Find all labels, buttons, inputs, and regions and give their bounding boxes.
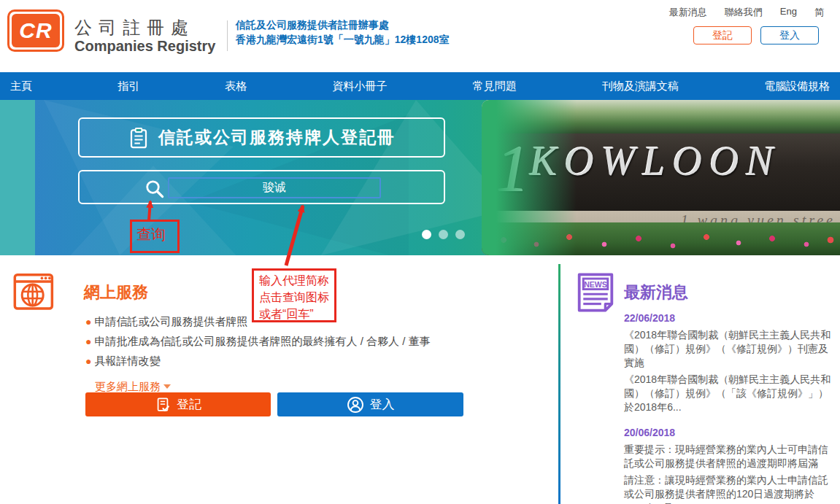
nav-item-home[interactable]: 主頁 <box>10 80 32 93</box>
annotation-tip-box: 输入代理简称 点击查询图标 或者“回车” <box>252 268 336 322</box>
annotation-tip-line: 点击查询图标 <box>259 289 334 306</box>
nav-item-guidelines[interactable]: 指引 <box>117 80 139 93</box>
login-cta-button[interactable]: 登入 <box>277 392 463 416</box>
service-item-label: 申請批准成為信託或公司服務提供者牌照的最終擁有人 / 合夥人 / 董事 <box>94 335 430 349</box>
annotation-tip-line: 或者“回车” <box>259 306 334 322</box>
cr-logo-badge: CR <box>12 14 60 47</box>
hero-banner: 1KOWLOON 1 wang yuen stree 信託或公司服務持牌人登記冊 <box>0 100 840 255</box>
register-cta-label: 登記 <box>177 396 201 413</box>
service-item[interactable]: ● 申請批准成為信託或公司服務提供者牌照的最終擁有人 / 合夥人 / 董事 <box>85 335 552 349</box>
org-name-chinese: 公司註冊處 <box>74 16 195 39</box>
header-divider <box>227 20 228 51</box>
main-nav: 主頁 指引 表格 資料小冊子 常見問題 刊物及演講文稿 電腦設備規格 <box>0 72 840 100</box>
annotation-tip-line: 输入代理简称 <box>259 272 334 289</box>
search-icon[interactable] <box>144 178 166 200</box>
org-name-english: Companies Registry <box>74 38 215 55</box>
news-icon-text: NEWS <box>584 280 607 289</box>
link-english[interactable]: Eng <box>780 6 797 19</box>
service-item-label: 申請信託或公司服務提供者牌照 <box>94 315 247 329</box>
clipboard-icon <box>128 127 150 149</box>
licensee-register-link[interactable]: 信託或公司服務持牌人登記冊 <box>78 117 445 158</box>
kowloon-building-photo: 1KOWLOON 1 wang yuen stree <box>482 100 840 255</box>
content-divider <box>558 264 560 504</box>
news-date: 20/06/2018 <box>624 427 836 438</box>
office-address: 香港九龍灣宏遠街1號「一號九龍」12樓1208室 <box>236 34 450 47</box>
more-online-services-label: 更多網上服務 <box>95 380 161 392</box>
companies-registry-homepage: CR 公司註冊處 Companies Registry 信託及公司服務提供者註冊… <box>0 0 840 504</box>
news-list: 22/06/2018 《2018年聯合國制裁（朝鮮民主主義人民共和國）（修訂）規… <box>624 312 836 504</box>
cr-logo[interactable]: CR <box>7 9 64 52</box>
nav-item-system-requirements[interactable]: 電腦設備規格 <box>764 80 830 93</box>
news-date: 22/06/2018 <box>624 312 836 324</box>
service-item[interactable]: ● 具報詳情改變 <box>85 354 552 368</box>
register-doc-icon <box>155 397 171 413</box>
login-person-icon <box>347 396 364 414</box>
news-item-title[interactable]: 重要提示：現時經營業務的業內人士可申請信託或公司服務提供者牌照的過渡期即將屆滿 <box>624 443 836 470</box>
header: CR 公司註冊處 Companies Registry 信託及公司服務提供者註冊… <box>0 0 840 72</box>
annotation-query-box: 查询 <box>130 220 180 253</box>
bullet-icon: ● <box>85 354 91 368</box>
nav-item-publications[interactable]: 刊物及演講文稿 <box>602 80 679 93</box>
nav-item-forms[interactable]: 表格 <box>225 80 247 93</box>
link-simplified-chinese[interactable]: 简 <box>814 6 824 19</box>
news-section-title: 最新消息 <box>624 282 688 303</box>
carousel-dot-1[interactable] <box>422 230 431 239</box>
login-cta-label: 登入 <box>370 396 395 413</box>
search-box <box>78 170 445 204</box>
nav-item-pamphlets[interactable]: 資料小冊子 <box>332 80 387 93</box>
news-item: 22/06/2018 《2018年聯合國制裁（朝鮮民主主義人民共和國）（修訂）規… <box>624 312 836 414</box>
agent-name-search-input[interactable] <box>168 177 381 198</box>
online-services-title: 網上服務 <box>84 282 148 303</box>
chevron-down-icon <box>163 384 171 389</box>
bullet-icon: ● <box>85 335 91 348</box>
header-register-button[interactable]: 登記 <box>693 26 752 44</box>
nav-item-faq[interactable]: 常見問題 <box>473 80 517 93</box>
link-latest-news[interactable]: 最新消息 <box>669 6 707 19</box>
news-item: 20/06/2018 重要提示：現時經營業務的業內人士可申請信託或公司服務提供者… <box>624 427 836 504</box>
bullet-icon: ● <box>85 315 91 328</box>
office-name: 信託及公司服務提供者註冊辦事處 <box>236 19 389 32</box>
licensee-register-label: 信託或公司服務持牌人登記冊 <box>158 126 396 149</box>
top-utility-links: 最新消息 聯絡我們 Eng 简 <box>669 6 824 19</box>
link-contact-us[interactable]: 聯絡我們 <box>725 6 763 19</box>
banner-edge-strip <box>0 100 35 255</box>
service-item-label: 具報詳情改變 <box>94 354 160 368</box>
news-item-body: 請注意：讓現時經營業務的業內人士申請信託或公司服務提供者牌照的120日過渡期將於… <box>624 473 836 504</box>
carousel-dots <box>422 230 465 239</box>
cr-logo-text: CR <box>19 18 52 43</box>
photo-green-fade <box>482 100 577 255</box>
news-icon: NEWS <box>574 271 617 314</box>
header-login-button[interactable]: 登入 <box>760 26 819 44</box>
carousel-dot-3[interactable] <box>455 230 465 239</box>
news-item-body: 《2018年聯合國制裁（朝鮮民主主義人民共和國）（修訂）規例》（「該《修訂規例》… <box>624 373 836 414</box>
carousel-dot-2[interactable] <box>439 230 448 239</box>
online-services-list: ● 申請信託或公司服務提供者牌照 ● 申請批准成為信託或公司服務提供者牌照的最終… <box>85 315 552 374</box>
register-cta-button[interactable]: 登記 <box>85 392 271 416</box>
online-services-icon <box>13 273 55 312</box>
news-item-title[interactable]: 《2018年聯合國制裁（朝鮮民主主義人民共和國）（修訂）規例》（《修訂規例》）刊… <box>624 328 836 370</box>
